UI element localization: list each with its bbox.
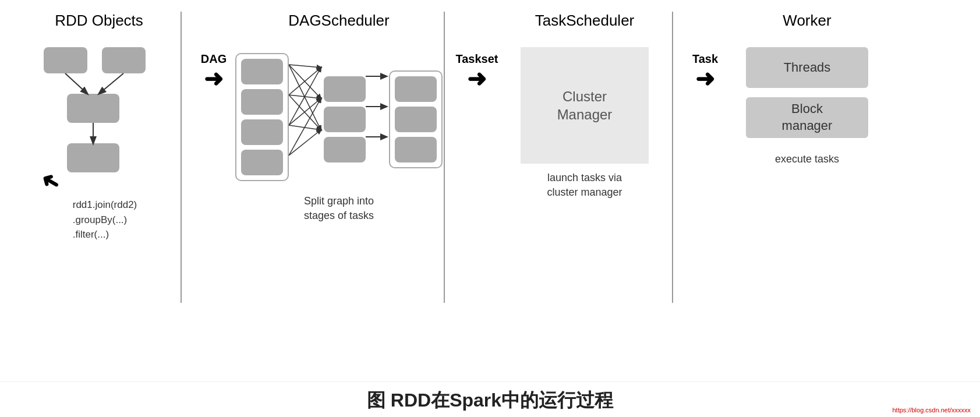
worker-block-line1: Block <box>791 101 823 116</box>
divider-1 <box>181 12 182 303</box>
dag-box-m1 <box>324 76 366 102</box>
divider-2 <box>444 12 445 303</box>
dag-stage-right <box>389 70 443 168</box>
dag-desc: Split graph into stages of tasks <box>304 194 374 223</box>
rdd-code-line1: rdd1.join(rdd2) <box>73 197 137 213</box>
svg-rect-1 <box>102 47 146 73</box>
cluster-text: Cluster Manager <box>557 87 613 123</box>
task-desc-line2: cluster manager <box>547 186 622 198</box>
dag-stage-left <box>235 53 289 181</box>
svg-line-13 <box>289 68 321 125</box>
main-container: RDD Objects <box>0 0 980 417</box>
url-watermark: https://blog.csdn.net/xxxxxx <box>892 407 971 414</box>
task-desc: launch tasks via cluster manager <box>547 171 622 200</box>
cluster-line1: Cluster <box>562 89 607 104</box>
worker-blockmanager-box: Block manager <box>746 97 868 138</box>
dag-box-l1 <box>241 59 283 84</box>
cluster-line2: Manager <box>557 107 613 122</box>
worker-blockmanager-text: Block manager <box>782 101 833 134</box>
dag-box-l2 <box>241 89 283 115</box>
cluster-box: Cluster Manager <box>521 47 649 164</box>
divider-3 <box>672 12 673 303</box>
dag-desc-line1: Split graph into <box>304 195 374 207</box>
dag-title: DAGScheduler <box>288 12 389 30</box>
svg-line-5 <box>99 73 123 94</box>
dag-box-m2 <box>324 107 366 132</box>
task-desc-line1: launch tasks via <box>547 172 622 183</box>
svg-line-7 <box>289 65 321 68</box>
caption-prefix: 图 <box>367 390 391 411</box>
dag-box-l4 <box>241 150 283 175</box>
taskset-arrow: ➜ <box>467 67 487 90</box>
taskset-arrow-area: Taskset ➜ <box>451 52 503 90</box>
worker-title: Worker <box>783 12 831 30</box>
svg-line-12 <box>289 95 321 130</box>
rdd-title: RDD Objects <box>55 12 143 30</box>
task-title: TaskScheduler <box>535 12 635 30</box>
caption-text: RDD在Spark中的运行过程 <box>391 390 613 411</box>
dag-desc-line2: stages of tasks <box>304 210 374 221</box>
dag-arrow: ➜ <box>204 67 224 90</box>
dag-cross-arrows <box>289 47 324 187</box>
worker-block-line2: manager <box>782 118 833 133</box>
svg-line-14 <box>289 98 321 125</box>
dag-stages-wrapper <box>235 47 443 187</box>
dag-arrow-label: DAG <box>201 52 227 66</box>
rdd-graph <box>35 41 163 175</box>
rdd-graph-svg <box>35 41 163 175</box>
dag-box-r2 <box>395 107 437 132</box>
taskset-arrow-label: Taskset <box>455 52 498 66</box>
task-arrow-label: Task <box>692 52 718 66</box>
task-section: TaskScheduler Cluster Manager launch tas… <box>503 12 666 200</box>
dag-box-r3 <box>395 137 437 162</box>
worker-section: Worker Threads Block manager execute tas… <box>731 12 883 167</box>
rdd-code-line3: .filter(...) <box>73 227 137 242</box>
dag-right-arrows <box>366 61 389 178</box>
task-arrow: ➜ <box>695 67 715 90</box>
svg-rect-3 <box>67 143 119 172</box>
dag-section: DAGScheduler <box>240 12 438 223</box>
svg-line-17 <box>289 130 321 156</box>
svg-line-16 <box>289 98 321 156</box>
svg-rect-0 <box>44 47 87 73</box>
dag-box-r1 <box>395 76 437 102</box>
svg-line-4 <box>65 73 87 94</box>
worker-threads-text: Threads <box>784 59 831 76</box>
dag-box-l3 <box>241 119 283 145</box>
dag-arrow-area: DAG ➜ <box>187 52 240 90</box>
rdd-code-line2: .groupBy(...) <box>73 213 137 228</box>
svg-line-10 <box>289 68 321 95</box>
dag-stage-mid <box>324 76 366 162</box>
task-arrow-area: Task ➜ <box>679 52 731 90</box>
rdd-section: RDD Objects <box>23 12 175 242</box>
rdd-code: rdd1.join(rdd2) .groupBy(...) .filter(..… <box>73 197 137 242</box>
svg-rect-2 <box>67 94 119 123</box>
diagram-area: RDD Objects <box>0 0 980 381</box>
worker-threads-box: Threads <box>746 47 868 88</box>
worker-desc: execute tasks <box>775 152 839 167</box>
worker-boxes: Threads Block manager <box>746 47 868 138</box>
caption-bar: 图 RDD在Spark中的运行过程 <box>0 381 980 417</box>
dag-box-m3 <box>324 137 366 162</box>
